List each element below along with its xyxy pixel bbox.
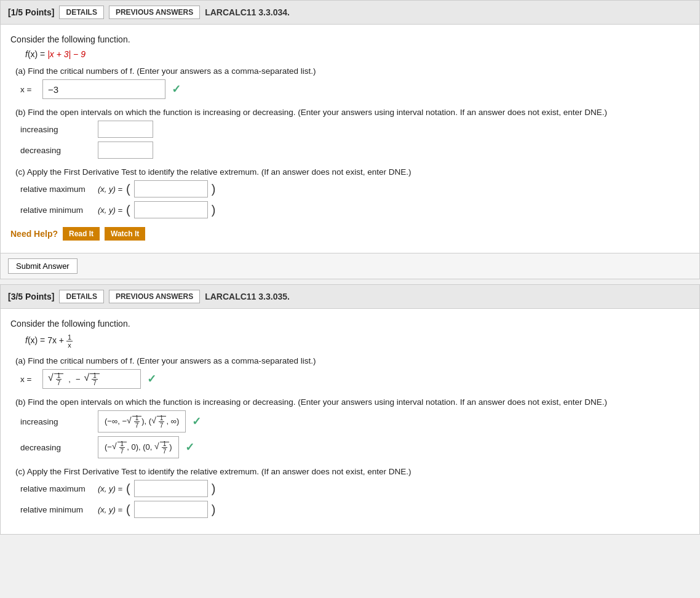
section-2-details-button[interactable]: DETAILS <box>59 290 103 303</box>
consider-text-1: Consider the following function. <box>10 34 690 44</box>
increasing-row-2: increasing (−∞, −√17), (√17, ∞) ✓ <box>20 410 690 433</box>
rel-min-label-2: relative minimum <box>20 505 94 514</box>
xy-label-rel-max-1: (x, y) = <box>98 185 122 194</box>
close-paren-rel-max-1: ) <box>212 182 216 196</box>
part-b-text-2: (b) Find the open intervals on which the… <box>15 397 690 407</box>
open-paren-rel-max-1: ( <box>126 182 130 196</box>
close-paren-rel-max-2: ) <box>212 482 216 496</box>
function-display-1: f(x) = |x + 3| − 9 <box>25 49 690 59</box>
part-a-answer-value-1: −3 <box>48 84 58 95</box>
need-help-label-1: Need Help? <box>10 229 58 239</box>
minus-sign: − <box>76 375 81 384</box>
rel-min-input-2[interactable] <box>134 501 208 518</box>
open-paren-rel-max-2: ( <box>126 482 130 496</box>
rel-max-row-1: relative maximum (x, y) = ( ) <box>20 180 690 197</box>
increasing-row-1: increasing <box>20 121 690 138</box>
xy-label-rel-min-1: (x, y) = <box>98 205 122 215</box>
section-2-points: [3/5 Points] <box>8 292 54 301</box>
rel-max-input-2[interactable] <box>134 480 208 497</box>
section-2-body: Consider the following function. f(x) = … <box>1 309 699 534</box>
increasing-label-1: increasing <box>20 125 94 134</box>
part-b-1: (b) Find the open intervals on which the… <box>15 108 690 159</box>
part-c-text-2: (c) Apply the First Derivative Test to i… <box>15 467 690 476</box>
decreasing-label-2: decreasing <box>20 443 94 452</box>
x-equals-label-2: x = <box>20 375 39 384</box>
section-1-problem-id: LARCALC11 3.3.034. <box>205 7 290 17</box>
rel-max-row-2: relative maximum (x, y) = ( ) <box>20 480 690 497</box>
x-equals-label-1: x = <box>20 85 39 94</box>
close-paren-rel-min-2: ) <box>212 503 216 517</box>
open-paren-rel-min-1: ( <box>126 203 130 217</box>
part-a-checkmark-2: ✓ <box>147 372 156 386</box>
close-paren-rel-min-1: ) <box>212 203 216 217</box>
increasing-answer-box-2: (−∞, −√17), (√17, ∞) <box>98 410 186 433</box>
part-a-answer-box-1: −3 <box>42 79 165 99</box>
read-it-button-1[interactable]: Read It <box>63 227 100 241</box>
sqrt-expr-neg: √17 <box>84 372 100 386</box>
open-paren-rel-min-2: ( <box>126 503 130 517</box>
rel-min-input-1[interactable] <box>134 201 208 218</box>
decreasing-answer-box-2: (−√17, 0), (0, √17) <box>98 436 179 458</box>
function-display-2: f(x) = 7x + 1 x <box>25 333 690 349</box>
section-1-points: [1/5 Points] <box>8 7 54 17</box>
xy-label-rel-min-2: (x, y) = <box>98 505 122 514</box>
part-a-text-1: (a) Find the critical numbers of f. (Ent… <box>15 66 690 76</box>
section-1-header: [1/5 Points] DETAILS PREVIOUS ANSWERS LA… <box>1 1 699 25</box>
watch-it-button-1[interactable]: Watch It <box>105 227 145 241</box>
section-2: [3/5 Points] DETAILS PREVIOUS ANSWERS LA… <box>0 284 700 535</box>
part-c-2: (c) Apply the First Derivative Test to i… <box>15 467 690 518</box>
section-2-header: [3/5 Points] DETAILS PREVIOUS ANSWERS LA… <box>1 285 699 309</box>
section-1-body: Consider the following function. f(x) = … <box>1 25 699 253</box>
increasing-answer-2: (−∞, −√17), (√17, ∞) <box>105 415 179 429</box>
submit-row-1: Submit Answer <box>1 253 699 279</box>
section-2-problem-id: LARCALC11 3.3.035. <box>205 292 290 301</box>
part-b-text-1: (b) Find the open intervals on which the… <box>15 108 690 117</box>
part-a-1: (a) Find the critical numbers of f. (Ent… <box>15 66 690 99</box>
rel-min-label-1: relative minimum <box>20 205 94 215</box>
part-a-text-2: (a) Find the critical numbers of f. (Ent… <box>15 356 690 365</box>
comma-sep: , <box>68 375 71 384</box>
part-c-text-1: (c) Apply the First Derivative Test to i… <box>15 167 690 177</box>
rel-max-input-1[interactable] <box>134 180 208 197</box>
part-c-1: (c) Apply the First Derivative Test to i… <box>15 167 690 218</box>
rel-min-row-2: relative minimum (x, y) = ( ) <box>20 501 690 518</box>
rel-min-row-1: relative minimum (x, y) = ( ) <box>20 201 690 218</box>
need-help-row-1: Need Help? Read It Watch It <box>10 227 690 241</box>
section-2-prev-answers-button[interactable]: PREVIOUS ANSWERS <box>109 290 200 303</box>
consider-text-2: Consider the following function. <box>10 319 690 329</box>
submit-button-1[interactable]: Submit Answer <box>8 258 78 274</box>
decreasing-input-1[interactable] <box>98 142 153 159</box>
section-1-prev-answers-button[interactable]: PREVIOUS ANSWERS <box>109 6 200 19</box>
increasing-label-2: increasing <box>20 417 94 426</box>
function-eq-1: (x) = <box>28 49 47 59</box>
xy-label-rel-max-2: (x, y) = <box>98 484 122 493</box>
decreasing-checkmark-2: ✓ <box>185 441 194 454</box>
rel-max-label-2: relative maximum <box>20 484 94 493</box>
sqrt-expr-pos: √17 <box>48 372 63 386</box>
rel-max-label-1: relative maximum <box>20 185 94 194</box>
part-a-answer-row-2: x = √17 , − √17 ✓ <box>20 369 690 389</box>
decreasing-label-1: decreasing <box>20 146 94 155</box>
function-eq-2: (x) = 7x + <box>28 335 66 345</box>
function-frac-2: 1 x <box>66 335 73 345</box>
part-a-checkmark-1: ✓ <box>172 82 181 96</box>
increasing-checkmark-2: ✓ <box>192 415 201 428</box>
section-1-details-button[interactable]: DETAILS <box>59 6 103 19</box>
part-a-answer-box-2: √17 , − √17 <box>42 369 141 389</box>
decreasing-row-2: decreasing (−√17, 0), (0, √17) ✓ <box>20 436 690 458</box>
function-body-1: |x + 3| − 9 <box>47 49 86 59</box>
part-b-2: (b) Find the open intervals on which the… <box>15 397 690 458</box>
part-a-2: (a) Find the critical numbers of f. (Ent… <box>15 356 690 389</box>
increasing-input-1[interactable] <box>98 121 153 138</box>
decreasing-answer-2: (−√17, 0), (0, √17) <box>105 441 172 455</box>
section-1: [1/5 Points] DETAILS PREVIOUS ANSWERS LA… <box>0 0 700 279</box>
decreasing-row-1: decreasing <box>20 142 690 159</box>
part-a-answer-row-1: x = −3 ✓ <box>20 79 690 99</box>
